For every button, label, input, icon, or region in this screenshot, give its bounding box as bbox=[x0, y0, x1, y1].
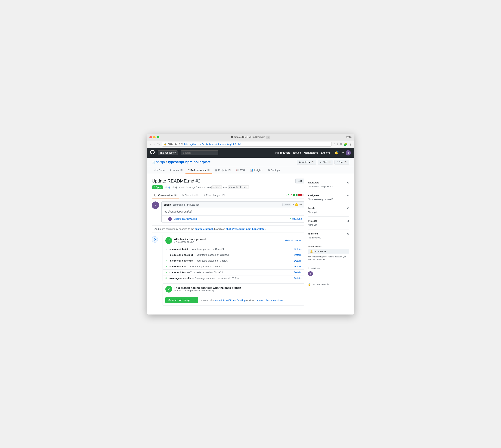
checks-wrapper: ✓ All checks have passed 6 successful ch… bbox=[152, 235, 304, 308]
tab-settings[interactable]: ⚙ Settings bbox=[265, 167, 283, 174]
nav-marketplace[interactable]: Marketplace bbox=[304, 151, 318, 154]
commit-sha: ✓ 8b122a3 bbox=[289, 218, 302, 220]
info-mid: branch on bbox=[214, 227, 226, 230]
command-line-link[interactable]: command line instructions bbox=[255, 299, 283, 302]
check-details-2[interactable]: Details bbox=[294, 254, 301, 256]
tab-pull-requests[interactable]: ⑂ Pull requests 1 bbox=[185, 167, 213, 174]
check-details-5[interactable]: Details bbox=[294, 271, 301, 274]
comment-author[interactable]: sbstjn bbox=[164, 203, 171, 206]
tab-insights[interactable]: 📊 Insights bbox=[248, 167, 265, 174]
lock-conversation-link[interactable]: 🔒 Lock conversation bbox=[308, 283, 349, 286]
comment-area: s sbstjn commented 4 minutes ago Owner +… bbox=[152, 201, 304, 223]
sidebar-reviewers: Reviewers ⚙ No reviews—request one bbox=[308, 178, 349, 191]
minimize-dot[interactable] bbox=[153, 136, 156, 138]
labels-value: None yet bbox=[308, 211, 349, 213]
fork-count: 0 bbox=[344, 161, 347, 163]
github-logo[interactable] bbox=[150, 150, 155, 156]
star-count: 1 bbox=[328, 161, 331, 163]
check-details-3[interactable]: Details bbox=[294, 259, 301, 262]
example-branch-link[interactable]: example-branch bbox=[195, 227, 214, 230]
repo-name-link[interactable]: typescript-npm-boilerplate bbox=[168, 160, 211, 164]
tab-insights-label: Insights bbox=[254, 169, 263, 172]
mail-icon[interactable]: ✉ bbox=[340, 143, 342, 146]
tab-wiki[interactable]: 📖 Wiki bbox=[234, 167, 248, 174]
check-details-6[interactable]: Details bbox=[294, 277, 301, 280]
menu-icon[interactable]: ⋮ bbox=[349, 143, 352, 146]
participant-count: 1 participant bbox=[308, 267, 349, 270]
check-ok-icon-2: ✓ bbox=[165, 254, 168, 256]
repo-header: 📄 sbstjn / typescript-npm-boilerplate 👁 … bbox=[147, 158, 354, 167]
pr-tab-files[interactable]: ± Files changed 1 bbox=[201, 192, 228, 198]
squash-merge-button[interactable]: Squash and merge bbox=[165, 297, 193, 303]
pr-status-row: ⑂ Open sbstjn sbstjn wants to merge 1 co… bbox=[152, 185, 304, 189]
unsubscribe-button[interactable]: 🔔 Unsubscribe bbox=[308, 249, 349, 254]
check-details-1[interactable]: Details bbox=[294, 248, 301, 251]
search-input[interactable] bbox=[181, 150, 218, 155]
star-icon: ★ bbox=[320, 161, 322, 163]
tab-issues[interactable]: ℹ Issues 0 bbox=[167, 167, 185, 174]
pr-tab-commits[interactable]: ⊙ Commits 1 bbox=[179, 192, 201, 198]
tab-projects[interactable]: ▦ Projects 0 bbox=[212, 167, 234, 174]
user-avatar[interactable]: s bbox=[346, 150, 351, 156]
check-ok-icon-6: ✱ bbox=[165, 277, 167, 279]
pr-tab-conversation[interactable]: 💬 Conversation 0 bbox=[152, 192, 179, 198]
assignees-value: No one—assign yourself bbox=[308, 198, 349, 201]
main-content: Update README.md #2 Edit ⑂ Open sbstjn s… bbox=[147, 174, 354, 315]
milestone-gear-icon[interactable]: ⚙ bbox=[347, 232, 349, 235]
star-label: Star bbox=[323, 161, 327, 163]
refresh-button[interactable]: ↻ bbox=[156, 142, 161, 146]
merge-ready-sub: Merging can be performed automatically. bbox=[174, 289, 241, 292]
diff-bars bbox=[293, 194, 304, 196]
pr-author-link[interactable]: sbstjn bbox=[165, 186, 171, 189]
checks-success-icon: ✓ bbox=[165, 237, 172, 244]
nav-issues[interactable]: Issues bbox=[293, 151, 301, 154]
repo-selector[interactable]: This repository bbox=[158, 150, 178, 155]
github-desktop-link[interactable]: open this in GitHub Desktop bbox=[215, 299, 246, 302]
nav-explore[interactable]: Explore bbox=[321, 151, 330, 154]
emoji-icon[interactable]: + 😊 bbox=[293, 203, 298, 206]
repo-link[interactable]: sbstjn/typescript-npm-boilerplate bbox=[226, 227, 264, 230]
edit-comment-icon[interactable]: ✏ bbox=[300, 203, 302, 206]
star-icon[interactable]: ☆ bbox=[333, 143, 336, 146]
labels-gear-icon[interactable]: ⚙ bbox=[347, 207, 349, 210]
commit-check-icon: ✓ bbox=[289, 218, 291, 220]
new-item-button[interactable]: + ▾ bbox=[340, 151, 344, 154]
gh-favicon: ⬤ bbox=[231, 136, 233, 138]
repo-icon: 📄 bbox=[152, 161, 155, 164]
edit-button[interactable]: Edit bbox=[295, 178, 304, 183]
diff-stat: +2 -2 bbox=[286, 194, 304, 197]
assignees-gear-icon[interactable]: ⚙ bbox=[347, 194, 349, 197]
projects-label: Projects bbox=[308, 220, 317, 222]
forward-button[interactable]: › bbox=[153, 142, 155, 146]
fork-button[interactable]: ⑂ Fork 0 bbox=[334, 160, 349, 164]
projects-gear-icon[interactable]: ⚙ bbox=[347, 220, 349, 223]
repo-owner-link[interactable]: sbstjn bbox=[156, 160, 165, 164]
close-dot[interactable] bbox=[150, 136, 152, 138]
tab-code[interactable]: </> Code bbox=[152, 167, 167, 174]
info-icon[interactable]: ℹ bbox=[337, 143, 338, 146]
pr-meta-text: sbstjn wants to merge 1 commit into bbox=[172, 186, 211, 189]
back-button[interactable]: ‹ bbox=[149, 142, 152, 146]
merge-ready-header: ✓ This branch has no conflicts with the … bbox=[163, 284, 304, 295]
nav-links: Pull requests Issues Marketplace Explore bbox=[275, 151, 330, 154]
address-bar[interactable]: 🔒 GitHub, Inc. [US] https://github.com/s… bbox=[162, 142, 332, 147]
comment-box: sbstjn commented 4 minutes ago Owner + 😊… bbox=[161, 201, 304, 223]
commit-name-link[interactable]: Update README.md bbox=[174, 217, 197, 220]
merge-dropdown-button[interactable]: ▾ bbox=[193, 297, 198, 303]
lock-label: Lock conversation bbox=[312, 283, 330, 286]
pr-tab-conversation-label: Conversation bbox=[158, 194, 173, 197]
check-item-coveralls: ✓ ci/circleci: coveralls — Your tests pa… bbox=[163, 258, 304, 264]
star-button[interactable]: ★ Star 1 bbox=[318, 160, 333, 164]
maximize-dot[interactable] bbox=[157, 136, 159, 138]
extension-icon[interactable]: 🧩 bbox=[344, 143, 348, 146]
watch-button[interactable]: 👁 Watch ▾ 0 bbox=[297, 160, 316, 164]
tab-close[interactable]: ✕ bbox=[266, 136, 270, 139]
nav-pull-requests[interactable]: Pull requests bbox=[275, 151, 290, 154]
notifications-bell[interactable]: 🔔 bbox=[334, 151, 338, 155]
hint-mid: or view bbox=[246, 299, 255, 302]
reviewers-gear-icon[interactable]: ⚙ bbox=[347, 181, 349, 184]
commit-sha-link[interactable]: 8b122a3 bbox=[292, 218, 302, 220]
check-details-4[interactable]: Details bbox=[294, 265, 301, 268]
hide-checks-link[interactable]: Hide all checks bbox=[285, 239, 301, 242]
merge-section-icon bbox=[152, 236, 158, 243]
